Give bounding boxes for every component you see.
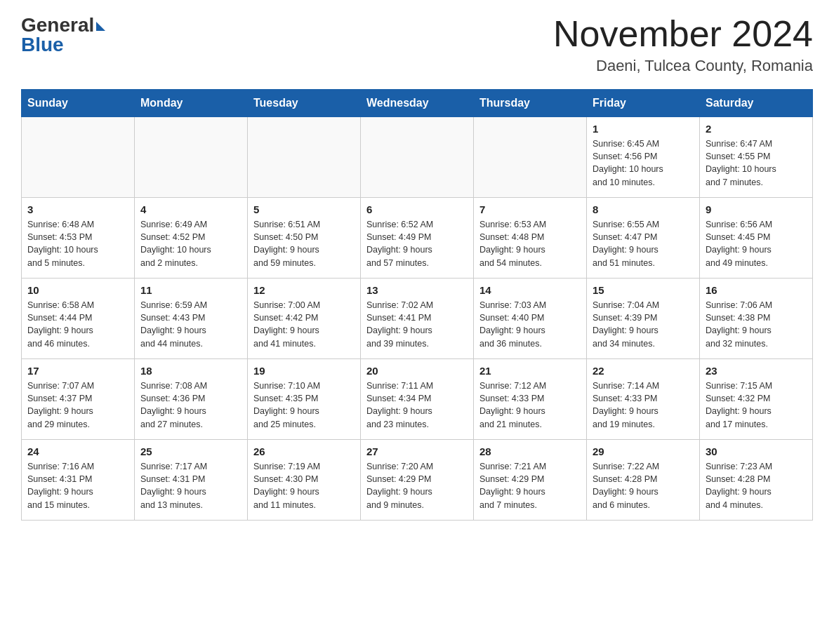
day-number: 9: [706, 203, 807, 215]
calendar-cell: 30Sunrise: 7:23 AMSunset: 4:28 PMDayligh…: [700, 440, 813, 521]
day-number: 13: [366, 284, 468, 296]
day-info: Sunrise: 7:21 AMSunset: 4:29 PMDaylight:…: [479, 460, 581, 511]
day-number: 1: [593, 123, 694, 135]
day-info: Sunrise: 7:10 AMSunset: 4:35 PMDaylight:…: [253, 380, 355, 431]
calendar-cell: 1Sunrise: 6:45 AMSunset: 4:56 PMDaylight…: [587, 117, 700, 198]
calendar-cell: 29Sunrise: 7:22 AMSunset: 4:28 PMDayligh…: [587, 440, 700, 521]
day-info: Sunrise: 7:19 AMSunset: 4:30 PMDaylight:…: [253, 460, 355, 511]
day-number: 25: [140, 445, 241, 457]
calendar-cell: 16Sunrise: 7:06 AMSunset: 4:38 PMDayligh…: [700, 279, 813, 359]
weekday-header-row: SundayMondayTuesdayWednesdayThursdayFrid…: [22, 90, 813, 117]
day-info: Sunrise: 6:49 AMSunset: 4:52 PMDaylight:…: [140, 218, 241, 269]
day-number: 24: [27, 445, 128, 457]
week-row-1: 1Sunrise: 6:45 AMSunset: 4:56 PMDaylight…: [22, 117, 813, 198]
day-info: Sunrise: 6:45 AMSunset: 4:56 PMDaylight:…: [593, 137, 694, 189]
day-info: Sunrise: 7:11 AMSunset: 4:34 PMDaylight:…: [366, 380, 468, 431]
calendar-cell: 19Sunrise: 7:10 AMSunset: 4:35 PMDayligh…: [248, 359, 361, 440]
calendar-cell: 24Sunrise: 7:16 AMSunset: 4:31 PMDayligh…: [22, 440, 135, 521]
day-number: 19: [253, 365, 355, 377]
day-number: 8: [593, 203, 694, 215]
day-number: 18: [140, 365, 241, 377]
day-number: 14: [479, 284, 581, 296]
day-number: 10: [27, 284, 128, 296]
month-title: November 2024: [553, 14, 813, 54]
calendar-cell: 9Sunrise: 6:56 AMSunset: 4:45 PMDaylight…: [700, 198, 813, 279]
day-number: 27: [366, 445, 468, 457]
calendar-cell: 26Sunrise: 7:19 AMSunset: 4:30 PMDayligh…: [248, 440, 361, 521]
calendar-cell: 23Sunrise: 7:15 AMSunset: 4:32 PMDayligh…: [700, 359, 813, 440]
day-info: Sunrise: 7:08 AMSunset: 4:36 PMDaylight:…: [140, 380, 241, 431]
day-info: Sunrise: 7:02 AMSunset: 4:41 PMDaylight:…: [366, 299, 468, 350]
calendar-cell: 20Sunrise: 7:11 AMSunset: 4:34 PMDayligh…: [361, 359, 474, 440]
calendar-cell: 11Sunrise: 6:59 AMSunset: 4:43 PMDayligh…: [135, 279, 248, 359]
calendar-cell: 8Sunrise: 6:55 AMSunset: 4:47 PMDaylight…: [587, 198, 700, 279]
logo-blue-text: Blue: [21, 34, 64, 56]
week-row-3: 10Sunrise: 6:58 AMSunset: 4:44 PMDayligh…: [22, 279, 813, 359]
calendar-cell: 21Sunrise: 7:12 AMSunset: 4:33 PMDayligh…: [474, 359, 587, 440]
day-info: Sunrise: 6:48 AMSunset: 4:53 PMDaylight:…: [27, 218, 128, 269]
day-info: Sunrise: 6:55 AMSunset: 4:47 PMDaylight:…: [593, 218, 694, 269]
day-number: 7: [479, 203, 581, 215]
day-info: Sunrise: 7:04 AMSunset: 4:39 PMDaylight:…: [593, 299, 694, 350]
day-number: 30: [706, 445, 807, 457]
day-number: 26: [253, 445, 355, 457]
day-info: Sunrise: 6:59 AMSunset: 4:43 PMDaylight:…: [140, 299, 241, 350]
day-number: 12: [253, 284, 355, 296]
weekday-header-monday: Monday: [135, 90, 248, 117]
week-row-2: 3Sunrise: 6:48 AMSunset: 4:53 PMDaylight…: [22, 198, 813, 279]
calendar-cell: 25Sunrise: 7:17 AMSunset: 4:31 PMDayligh…: [135, 440, 248, 521]
day-info: Sunrise: 7:03 AMSunset: 4:40 PMDaylight:…: [479, 299, 581, 350]
calendar-cell: 27Sunrise: 7:20 AMSunset: 4:29 PMDayligh…: [361, 440, 474, 521]
calendar-cell: [474, 117, 587, 198]
calendar-cell: 5Sunrise: 6:51 AMSunset: 4:50 PMDaylight…: [248, 198, 361, 279]
day-number: 17: [27, 365, 128, 377]
calendar-table: SundayMondayTuesdayWednesdayThursdayFrid…: [21, 89, 813, 521]
header: General Blue November 2024 Daeni, Tulcea…: [21, 14, 813, 75]
calendar-cell: 15Sunrise: 7:04 AMSunset: 4:39 PMDayligh…: [587, 279, 700, 359]
calendar-cell: 14Sunrise: 7:03 AMSunset: 4:40 PMDayligh…: [474, 279, 587, 359]
calendar-cell: 28Sunrise: 7:21 AMSunset: 4:29 PMDayligh…: [474, 440, 587, 521]
calendar-cell: 3Sunrise: 6:48 AMSunset: 4:53 PMDaylight…: [22, 198, 135, 279]
day-info: Sunrise: 7:23 AMSunset: 4:28 PMDaylight:…: [706, 460, 807, 511]
day-info: Sunrise: 7:16 AMSunset: 4:31 PMDaylight:…: [27, 460, 128, 511]
calendar-cell: 7Sunrise: 6:53 AMSunset: 4:48 PMDaylight…: [474, 198, 587, 279]
day-number: 5: [253, 203, 355, 215]
weekday-header-saturday: Saturday: [700, 90, 813, 117]
day-info: Sunrise: 7:07 AMSunset: 4:37 PMDaylight:…: [27, 380, 128, 431]
day-number: 11: [140, 284, 241, 296]
day-number: 29: [593, 445, 694, 457]
calendar-cell: 17Sunrise: 7:07 AMSunset: 4:37 PMDayligh…: [22, 359, 135, 440]
calendar-cell: 6Sunrise: 6:52 AMSunset: 4:49 PMDaylight…: [361, 198, 474, 279]
calendar-cell: 2Sunrise: 6:47 AMSunset: 4:55 PMDaylight…: [700, 117, 813, 198]
day-info: Sunrise: 6:56 AMSunset: 4:45 PMDaylight:…: [706, 218, 807, 269]
day-info: Sunrise: 6:51 AMSunset: 4:50 PMDaylight:…: [253, 218, 355, 269]
calendar-cell: 4Sunrise: 6:49 AMSunset: 4:52 PMDaylight…: [135, 198, 248, 279]
weekday-header-thursday: Thursday: [474, 90, 587, 117]
day-number: 4: [140, 203, 241, 215]
day-info: Sunrise: 7:20 AMSunset: 4:29 PMDaylight:…: [366, 460, 468, 511]
weekday-header-friday: Friday: [587, 90, 700, 117]
day-number: 23: [706, 365, 807, 377]
day-number: 28: [479, 445, 581, 457]
day-info: Sunrise: 7:17 AMSunset: 4:31 PMDaylight:…: [140, 460, 241, 511]
day-info: Sunrise: 7:15 AMSunset: 4:32 PMDaylight:…: [706, 380, 807, 431]
calendar-cell: [135, 117, 248, 198]
calendar-cell: [248, 117, 361, 198]
day-info: Sunrise: 6:47 AMSunset: 4:55 PMDaylight:…: [706, 137, 807, 189]
weekday-header-sunday: Sunday: [22, 90, 135, 117]
calendar-cell: 22Sunrise: 7:14 AMSunset: 4:33 PMDayligh…: [587, 359, 700, 440]
weekday-header-wednesday: Wednesday: [361, 90, 474, 117]
calendar-cell: 10Sunrise: 6:58 AMSunset: 4:44 PMDayligh…: [22, 279, 135, 359]
title-area: November 2024 Daeni, Tulcea County, Roma…: [553, 14, 813, 75]
calendar-cell: 18Sunrise: 7:08 AMSunset: 4:36 PMDayligh…: [135, 359, 248, 440]
day-info: Sunrise: 6:58 AMSunset: 4:44 PMDaylight:…: [27, 299, 128, 350]
day-info: Sunrise: 6:53 AMSunset: 4:48 PMDaylight:…: [479, 218, 581, 269]
day-info: Sunrise: 7:06 AMSunset: 4:38 PMDaylight:…: [706, 299, 807, 350]
day-number: 2: [706, 123, 807, 135]
calendar-cell: [361, 117, 474, 198]
week-row-4: 17Sunrise: 7:07 AMSunset: 4:37 PMDayligh…: [22, 359, 813, 440]
calendar-cell: 13Sunrise: 7:02 AMSunset: 4:41 PMDayligh…: [361, 279, 474, 359]
week-row-5: 24Sunrise: 7:16 AMSunset: 4:31 PMDayligh…: [22, 440, 813, 521]
day-number: 6: [366, 203, 468, 215]
day-info: Sunrise: 6:52 AMSunset: 4:49 PMDaylight:…: [366, 218, 468, 269]
